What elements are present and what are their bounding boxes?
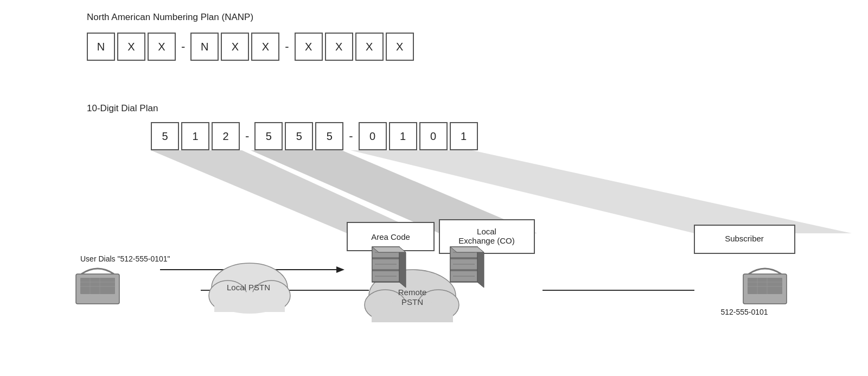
nanp-x8: X [386, 33, 414, 61]
local-pstn-text: Local PSTN [227, 283, 270, 292]
dial-dash2: - [346, 129, 356, 143]
svg-rect-18 [372, 259, 399, 270]
nanp-n2: N [190, 33, 219, 61]
svg-point-9 [220, 292, 279, 314]
svg-rect-27 [450, 259, 477, 270]
subscriber-box-bg [694, 225, 795, 253]
dial-5d: 5 [315, 122, 343, 150]
svg-marker-32 [477, 247, 484, 288]
svg-rect-16 [372, 247, 399, 282]
nanp-x2: X [148, 33, 176, 61]
svg-point-14 [377, 301, 448, 322]
local-exchange-box-bg [439, 220, 534, 253]
nanp-x6: X [325, 33, 353, 61]
left-phone [76, 269, 119, 304]
nanp-x5: X [295, 33, 323, 61]
phone-number-text: 512-555-0101 [720, 308, 768, 316]
dial-0: 0 [359, 122, 387, 150]
svg-rect-15 [372, 305, 453, 322]
svg-marker-33 [450, 247, 484, 252]
nanp-x4: X [251, 33, 279, 61]
dial-title: 10-Digit Dial Plan [87, 103, 158, 114]
svg-point-13 [418, 290, 459, 320]
dial-5b: 5 [254, 122, 283, 150]
server-left [372, 247, 406, 288]
dial-0b: 0 [419, 122, 448, 150]
nanp-x1: X [117, 33, 145, 61]
dial-1: 1 [181, 122, 209, 150]
nanp-title: North American Numbering Plan (NANP) [87, 12, 253, 23]
dial-5c: 5 [285, 122, 313, 150]
svg-point-11 [369, 270, 456, 322]
remote-pstn-text1: Remote [398, 288, 427, 297]
svg-rect-1 [80, 278, 115, 294]
dial-dash1: - [242, 129, 252, 143]
dial-5: 5 [151, 122, 179, 150]
svg-point-6 [212, 263, 288, 312]
dial-digit-row: 5 1 2 - 5 5 5 - 0 1 0 1 [151, 122, 478, 150]
nanp-n1: N [87, 33, 115, 61]
arrow-head [336, 266, 344, 273]
nanp-digit-row: N X X - N X X - X X X X [87, 33, 414, 61]
main-container: North American Numbering Plan (NANP) N X… [0, 0, 868, 376]
svg-rect-17 [372, 247, 399, 258]
local-exchange-text1: Local [477, 227, 496, 236]
svg-rect-34 [743, 274, 787, 304]
dial-2: 2 [212, 122, 240, 150]
shadow-local-exchange [251, 150, 537, 233]
svg-rect-28 [450, 271, 477, 282]
server-right [450, 247, 484, 288]
svg-point-12 [365, 290, 406, 320]
area-code-box-bg [347, 222, 434, 251]
svg-rect-10 [214, 296, 285, 312]
nanp-x7: X [355, 33, 384, 61]
remote-pstn-cloud [365, 270, 459, 322]
user-dials-text: User Dials "512-555-0101" [80, 254, 170, 263]
local-exchange-text2: Exchange (CO) [458, 236, 514, 245]
svg-marker-24 [372, 247, 406, 252]
nanp-dash1: - [178, 40, 188, 54]
svg-rect-25 [450, 247, 477, 282]
svg-rect-26 [450, 247, 477, 258]
svg-point-8 [252, 281, 290, 311]
local-pstn-cloud [209, 263, 290, 314]
svg-marker-23 [399, 247, 406, 288]
area-code-text: Area Code [371, 232, 410, 241]
dial-1b: 1 [389, 122, 417, 150]
svg-rect-35 [748, 278, 782, 294]
shadow-subscriber [350, 150, 852, 233]
nanp-x3: X [221, 33, 249, 61]
svg-rect-0 [76, 274, 119, 304]
remote-pstn-text2: PSTN [401, 297, 423, 307]
shadow-area-code [151, 150, 423, 233]
svg-rect-19 [372, 271, 399, 282]
svg-point-7 [209, 281, 247, 311]
nanp-dash2: - [282, 40, 292, 54]
subscriber-text: Subscriber [725, 234, 764, 243]
right-phone [743, 269, 787, 304]
dial-1c: 1 [450, 122, 478, 150]
